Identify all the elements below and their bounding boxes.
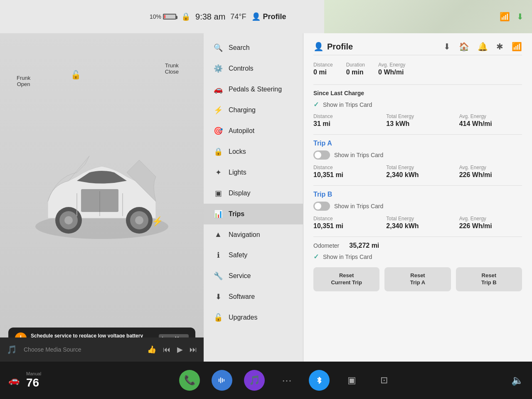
menu-item-search[interactable]: 🔍 Search xyxy=(204,37,303,58)
trip-a-toggle[interactable] xyxy=(313,150,330,160)
reset-buttons-row: ResetCurrent Trip ResetTrip A ResetTrip … xyxy=(313,267,522,291)
temp-display-area: Manual 76 xyxy=(26,371,41,389)
odometer-toggle-label: Show in Trips Card xyxy=(323,254,372,260)
media-source-label[interactable]: Choose Media Source xyxy=(24,346,140,353)
bluetooth-button[interactable] xyxy=(309,370,330,391)
trip-b-avg-energy-label: Avg. Energy xyxy=(459,216,522,222)
prev-track-button[interactable]: ⏮ xyxy=(163,345,170,354)
download-icon: ⬇ xyxy=(517,12,524,22)
trip-a-total-energy-value: 2,340 kWh xyxy=(386,171,449,179)
menu-item-trips[interactable]: 📊 Trips xyxy=(204,204,303,224)
charging-icon: ⚡ xyxy=(214,106,223,115)
menu-label-locks: Locks xyxy=(229,148,246,155)
current-distance-stat: Distance 0 mi xyxy=(313,62,333,76)
reset-current-trip-button[interactable]: ResetCurrent Trip xyxy=(313,267,379,291)
battery-indicator: 10% xyxy=(150,13,176,20)
slc-total-energy-value: 13 kWh xyxy=(386,120,449,128)
menu-label-controls: Controls xyxy=(229,65,254,72)
media-controls: 👍 ⏮ ▶ ⏭ xyxy=(147,345,197,354)
trip-a-avg-energy: Avg. Energy 226 Wh/mi xyxy=(459,165,522,179)
trip-b-toggle[interactable] xyxy=(313,202,330,211)
trip-a-total-energy: Total Energy 2,340 kWh xyxy=(386,165,449,179)
signal-panel-icon[interactable]: 📶 xyxy=(512,42,522,52)
menu-item-navigation[interactable]: ▲ Navigation xyxy=(204,224,303,245)
display-icon: ▣ xyxy=(214,189,223,198)
trip-b-toggle-row: Show in Trips Card xyxy=(313,202,522,211)
menu-item-locks[interactable]: 🔒 Locks xyxy=(204,141,303,162)
phone-button[interactable]: 📞 xyxy=(179,370,200,391)
slc-total-energy: Total Energy 13 kWh xyxy=(386,113,449,128)
menu-item-service[interactable]: 🔧 Service xyxy=(204,266,303,286)
reset-trip-a-button[interactable]: ResetTrip A xyxy=(384,267,451,291)
current-duration-stat: Duration 0 min xyxy=(346,62,365,76)
menu-label-lights: Lights xyxy=(229,169,246,176)
menu-item-upgrades[interactable]: 🔓 Upgrades xyxy=(204,307,303,328)
temp-value: 76 xyxy=(26,376,41,389)
trip-b-distance-value: 10,351 mi xyxy=(313,222,376,230)
music-note-icon: 🎵 xyxy=(7,345,17,355)
bell-icon[interactable]: 🔔 xyxy=(478,42,488,52)
media-bar: 🎵 Choose Media Source 👍 ⏮ ▶ ⏭ xyxy=(0,337,204,362)
volume-icon[interactable]: 🔈 xyxy=(511,374,524,386)
screen-button[interactable]: ▣ xyxy=(341,370,362,391)
current-duration-value: 0 min xyxy=(346,69,365,76)
profile-button[interactable]: 👤 Profile xyxy=(251,12,286,21)
menu-label-navigation: Navigation xyxy=(229,231,260,239)
safety-icon: ℹ xyxy=(214,251,223,260)
menu-item-safety[interactable]: ℹ Safety xyxy=(204,245,303,266)
more-button[interactable]: ··· xyxy=(276,370,297,391)
bluetooth-panel-icon[interactable]: ✱ xyxy=(496,42,503,52)
trip-a-avg-energy-label: Avg. Energy xyxy=(459,165,522,170)
menu-item-charging[interactable]: ⚡ Charging xyxy=(204,100,303,121)
menu-item-pedals[interactable]: 🚗 Pedals & Steering xyxy=(204,79,303,100)
navigation-icon: ▲ xyxy=(214,230,223,239)
battery-fill xyxy=(164,15,165,18)
slc-distance-value: 31 mi xyxy=(313,120,376,128)
trip-a-title: Trip A xyxy=(313,140,522,147)
since-charge-checkmark: ✓ xyxy=(313,101,319,108)
svg-point-3 xyxy=(64,216,73,224)
current-energy-value: 0 Wh/mi xyxy=(378,69,405,76)
trip-a-distance: Distance 10,351 mi xyxy=(313,165,376,179)
trips-panel: 👤 Profile ⬇ 🏠 🔔 ✱ 📶 Distance 0 mi Durati… xyxy=(303,33,532,362)
play-button[interactable]: ▶ xyxy=(177,345,183,354)
profile-person-icon: 👤 xyxy=(313,42,324,52)
upgrades-icon: 🔓 xyxy=(214,313,223,322)
menu-item-lights[interactable]: ✦ Lights xyxy=(204,162,303,183)
divider-1 xyxy=(313,84,522,85)
next-track-button[interactable]: ⏭ xyxy=(190,345,197,354)
home-icon[interactable]: 🏠 xyxy=(459,42,469,52)
menu-item-autopilot[interactable]: 🎯 Autopilot xyxy=(204,121,303,141)
reset-trip-b-button[interactable]: ResetTrip B xyxy=(456,267,522,291)
odometer-checkmark: ✓ xyxy=(313,253,319,261)
search-icon: 🔍 xyxy=(214,43,223,52)
menu-label-charging: Charging xyxy=(229,106,256,114)
menu-item-display[interactable]: ▣ Display xyxy=(204,183,303,204)
status-bar: 10% 🔒 9:38 am 74°F 👤 Profile 📶 ⬇ xyxy=(0,0,532,33)
current-energy-label: Avg. Energy xyxy=(378,62,405,68)
voice-button[interactable] xyxy=(212,370,232,391)
odometer-label: Odometer xyxy=(313,242,339,249)
car-small-icon: 🚗 xyxy=(8,375,20,386)
menu-label-search: Search xyxy=(229,44,250,52)
status-bar-left: 10% 🔒 9:38 am 74°F 👤 Profile xyxy=(150,12,286,22)
slc-distance: Distance 31 mi xyxy=(313,113,376,128)
signal-icon: 📶 xyxy=(500,12,510,22)
locks-icon: 🔒 xyxy=(214,147,223,156)
audio-button[interactable]: 🎵 xyxy=(244,370,265,391)
download-panel-icon[interactable]: ⬇ xyxy=(443,42,451,52)
slc-total-energy-label: Total Energy xyxy=(386,113,449,119)
window-button[interactable]: ⊡ xyxy=(374,370,394,391)
trunk-label: TrunkClose xyxy=(165,62,179,75)
profile-label: Profile xyxy=(263,12,286,21)
trip-a-total-energy-label: Total Energy xyxy=(386,165,449,170)
slc-distance-label: Distance xyxy=(313,113,376,119)
menu-item-software[interactable]: ⬇ Software xyxy=(204,286,303,307)
menu-label-safety: Safety xyxy=(229,251,247,259)
trips-icon: 📊 xyxy=(214,209,223,219)
menu-item-controls[interactable]: ⚙️ Controls xyxy=(204,58,303,79)
trip-a-distance-value: 10,351 mi xyxy=(313,171,376,179)
menu-label-autopilot: Autopilot xyxy=(229,127,254,135)
svg-text:⚡: ⚡ xyxy=(152,216,163,227)
thumbs-up-button[interactable]: 👍 xyxy=(147,345,156,354)
